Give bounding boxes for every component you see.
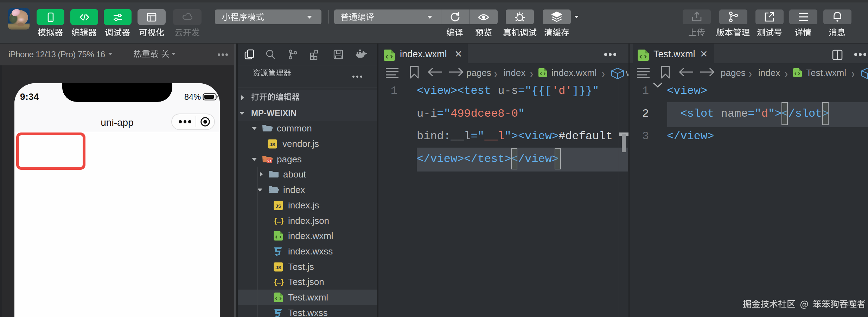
svg-text:JS: JS bbox=[275, 265, 281, 270]
svg-text:JS: JS bbox=[275, 203, 281, 209]
svg-text:{..}: {..} bbox=[274, 216, 284, 225]
svg-text:JS: JS bbox=[269, 142, 275, 147]
svg-text:{..}: {..} bbox=[274, 278, 284, 286]
